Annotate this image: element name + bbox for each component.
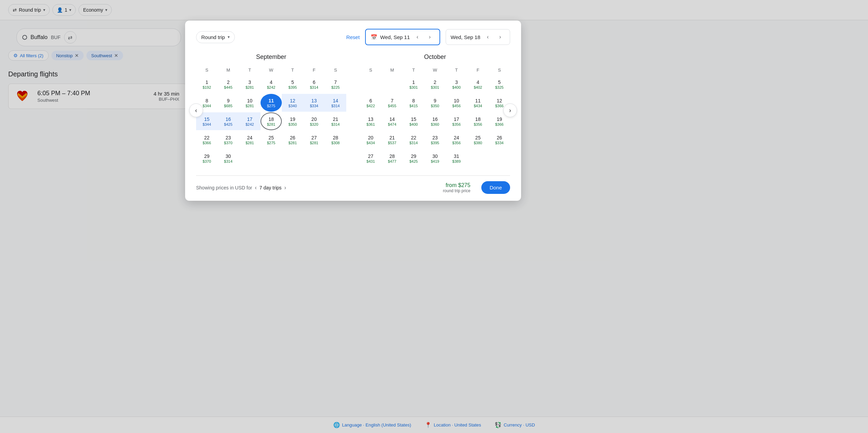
calendar-day[interactable]: 1$301: [403, 75, 424, 93]
return-next-arrow[interactable]: ›: [495, 32, 505, 42]
calendar-day[interactable]: 1$192: [196, 75, 218, 93]
calendar-day[interactable]: 18$356: [467, 112, 489, 130]
calendar-day[interactable]: 19$350: [282, 112, 303, 130]
day-number: 15: [204, 116, 209, 122]
day-number: 5: [498, 79, 501, 85]
calendar-day[interactable]: 11$275: [261, 94, 282, 112]
calendar-week-2: 15$34416$42517$24218$28119$35020$32021$3…: [196, 112, 346, 130]
day-price: $400: [452, 85, 460, 89]
calendar-day[interactable]: 6$422: [360, 94, 382, 112]
calendar-day: [303, 149, 325, 167]
calendar-day[interactable]: 3$281: [239, 75, 261, 93]
day-price: $350: [431, 104, 439, 108]
calendar-day[interactable]: 8$415: [403, 94, 424, 112]
october-weeks: 1$3012$3013$4004$4025$3256$4227$4558$415…: [360, 75, 510, 167]
day-price: $344: [203, 104, 211, 108]
calendar-day[interactable]: 16$360: [424, 112, 446, 130]
calendar-day[interactable]: 16$425: [218, 112, 239, 130]
calendar-week-2: 13$36114$47415$40016$36017$35618$35619$3…: [360, 112, 510, 130]
calendar-day[interactable]: 22$314: [403, 131, 424, 149]
calendar-day[interactable]: 4$242: [261, 75, 282, 93]
day-price: $281: [245, 104, 254, 108]
day-price: $350: [288, 122, 297, 126]
calendar-day[interactable]: 29$370: [196, 149, 218, 167]
day-price: $445: [224, 85, 232, 89]
calendar-day[interactable]: 22$366: [196, 131, 218, 149]
calendar-day[interactable]: 4$402: [467, 75, 489, 93]
calendar-day[interactable]: 25$275: [261, 131, 282, 149]
october-title: October: [360, 53, 510, 61]
trip-type-selector[interactable]: Round trip ▾: [196, 31, 235, 43]
calendar-day[interactable]: 26$281: [282, 131, 303, 149]
calendar-day[interactable]: 9$685: [218, 94, 239, 112]
calendar-day[interactable]: 10$281: [239, 94, 261, 112]
calendar-day[interactable]: 13$334: [303, 94, 325, 112]
day-number: 27: [311, 135, 317, 140]
calendar-day[interactable]: 3$400: [446, 75, 467, 93]
calendar-day[interactable]: 10$456: [446, 94, 467, 112]
calendar-day[interactable]: 28$477: [382, 149, 403, 167]
day-number: 7: [391, 98, 394, 103]
calendar-day[interactable]: 24$356: [446, 131, 467, 149]
september-weeks: 1$1922$4453$2814$2425$3956$3147$2258$344…: [196, 75, 346, 167]
calendar-day[interactable]: 17$356: [446, 112, 467, 130]
day-price: $314: [331, 104, 339, 108]
calendar-day[interactable]: 2$301: [424, 75, 446, 93]
calendar-day[interactable]: 21$537: [382, 131, 403, 149]
calendar-prev-month-button[interactable]: ‹: [189, 103, 203, 117]
return-prev-arrow[interactable]: ‹: [483, 32, 493, 42]
calendar-day[interactable]: 23$370: [218, 131, 239, 149]
calendar-day[interactable]: 20$320: [303, 112, 325, 130]
day-price: $334: [495, 141, 503, 145]
calendar-day[interactable]: 13$361: [360, 112, 382, 130]
depart-next-arrow[interactable]: ›: [425, 32, 435, 42]
reset-button[interactable]: Reset: [346, 34, 360, 40]
done-button[interactable]: Done: [481, 181, 510, 194]
day-number: 25: [268, 135, 274, 140]
calendar-day[interactable]: 15$400: [403, 112, 424, 130]
day-price: $415: [409, 104, 418, 108]
trip-days-next-button[interactable]: ›: [284, 185, 286, 191]
calendar-day[interactable]: 14$314: [325, 94, 346, 112]
day-number: 28: [389, 153, 395, 159]
calendar-day[interactable]: 27$281: [303, 131, 325, 149]
depart-date-picker[interactable]: 📅 Wed, Sep 11 ‹ ›: [365, 29, 440, 45]
return-date-picker[interactable]: Wed, Sep 18 ‹ ›: [446, 29, 510, 45]
calendar-day[interactable]: 11$434: [467, 94, 489, 112]
calendar-day[interactable]: 29$425: [403, 149, 424, 167]
calendar-day[interactable]: 12$340: [282, 94, 303, 112]
calendar-next-month-button[interactable]: ›: [503, 103, 517, 117]
day-price: $419: [431, 159, 439, 163]
day-price: $456: [452, 104, 460, 108]
calendar-day[interactable]: 27$431: [360, 149, 382, 167]
calendar-day[interactable]: 9$350: [424, 94, 446, 112]
calendar-day[interactable]: 14$474: [382, 112, 403, 130]
calendar-day[interactable]: 17$242: [239, 112, 261, 130]
day-price: $389: [452, 159, 460, 163]
calendar-day[interactable]: 6$314: [303, 75, 325, 93]
calendar-day[interactable]: 2$445: [218, 75, 239, 93]
calendar-day[interactable]: 5$325: [489, 75, 510, 93]
day-number: 22: [204, 135, 209, 140]
calendar-day[interactable]: 30$314: [218, 149, 239, 167]
calendar-day[interactable]: 20$434: [360, 131, 382, 149]
calendar-day[interactable]: 25$380: [467, 131, 489, 149]
day-number: 27: [368, 153, 373, 159]
day-number: 6: [313, 79, 315, 85]
calendar-day[interactable]: 21$314: [325, 112, 346, 130]
day-price: $366: [495, 104, 503, 108]
calendar-day[interactable]: 24$281: [239, 131, 261, 149]
trip-days-prev-button[interactable]: ‹: [255, 185, 256, 191]
calendar-day[interactable]: 26$334: [489, 131, 510, 149]
calendar-day[interactable]: 30$419: [424, 149, 446, 167]
calendar-day[interactable]: 5$395: [282, 75, 303, 93]
calendar-week-4: 27$43128$47729$42530$41931$389: [360, 149, 510, 167]
depart-prev-arrow[interactable]: ‹: [413, 32, 422, 42]
calendar-day[interactable]: 7$225: [325, 75, 346, 93]
calendar-day[interactable]: 18$281: [261, 112, 282, 130]
calendar-day[interactable]: 23$395: [424, 131, 446, 149]
day-number: 9: [434, 98, 436, 103]
calendar-day[interactable]: 28$308: [325, 131, 346, 149]
calendar-day[interactable]: 7$455: [382, 94, 403, 112]
calendar-day[interactable]: 31$389: [446, 149, 467, 167]
